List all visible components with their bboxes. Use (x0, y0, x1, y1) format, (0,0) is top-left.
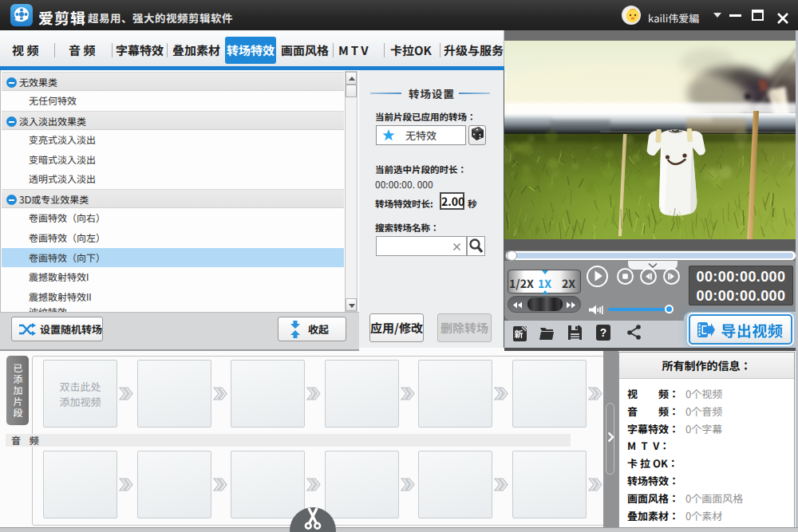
svg-text:?: ? (600, 325, 607, 340)
svg-text:新: 新 (515, 327, 523, 340)
